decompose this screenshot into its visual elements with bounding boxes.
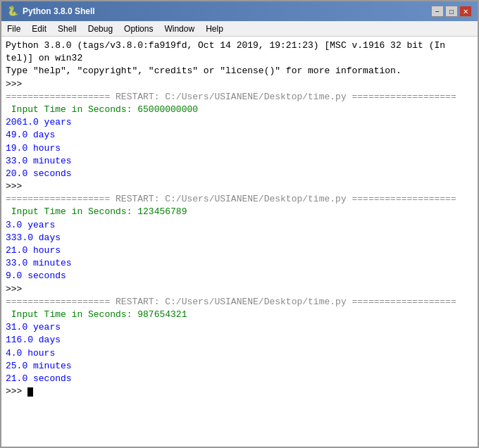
maximize-button[interactable]: □ <box>445 6 458 17</box>
line-1: Python 3.8.0 (tags/v3.8.0:fa919fd, Oct 1… <box>6 39 473 52</box>
line-years-1: 2061.0 years <box>6 116 473 129</box>
line-hours-1: 19.0 hours <box>6 142 473 155</box>
line-years-2: 3.0 years <box>6 219 473 232</box>
line-prompt-3: >>> <box>6 283 473 296</box>
line-3: Type "help", "copyright", "credits" or "… <box>6 65 473 77</box>
main-window: 🐍 Python 3.8.0 Shell − □ ✕ File Edit She… <box>0 0 479 448</box>
line-input-1: Input Time in Seconds: 65000000000 <box>6 104 473 116</box>
line-hours-3: 4.0 hours <box>6 347 473 360</box>
menu-file[interactable]: File <box>1 23 26 35</box>
line-input-2: Input Time in Seconds: 123456789 <box>6 206 473 218</box>
line-days-2: 333.0 days <box>6 232 473 244</box>
line-seconds-1: 20.0 seconds <box>6 168 473 180</box>
menu-bar: File Edit Shell Debug Options Window Hel… <box>1 21 478 37</box>
line-prompt-1: >>> <box>6 78 473 91</box>
line-days-1: 49.0 days <box>6 129 473 142</box>
line-seconds-2: 9.0 seconds <box>6 270 473 282</box>
close-button[interactable]: ✕ <box>459 6 472 17</box>
line-minutes-2: 33.0 minutes <box>6 257 473 270</box>
title-bar: 🐍 Python 3.8.0 Shell − □ ✕ <box>1 1 478 21</box>
menu-edit[interactable]: Edit <box>26 23 52 35</box>
menu-help[interactable]: Help <box>200 23 229 35</box>
title-buttons: − □ ✕ <box>431 6 472 17</box>
line-restart-1: =================== RESTART: C:/Users/US… <box>6 91 473 104</box>
line-years-3: 31.0 years <box>6 321 473 334</box>
menu-shell[interactable]: Shell <box>52 23 82 35</box>
menu-debug[interactable]: Debug <box>82 23 118 35</box>
title-bar-left: 🐍 Python 3.8.0 Shell <box>7 6 95 17</box>
minimize-button[interactable]: − <box>431 6 444 17</box>
menu-window[interactable]: Window <box>158 23 200 35</box>
line-minutes-3: 25.0 minutes <box>6 360 473 373</box>
menu-options[interactable]: Options <box>118 23 158 35</box>
line-days-3: 116.0 days <box>6 334 473 347</box>
line-2: tel)] on win32 <box>6 52 473 65</box>
line-input-3: Input Time in Seconds: 987654321 <box>6 309 473 321</box>
line-prompt-final[interactable]: >>> <box>6 385 473 398</box>
line-minutes-1: 33.0 minutes <box>6 155 473 168</box>
cursor <box>27 387 33 397</box>
line-hours-2: 21.0 hours <box>6 244 473 257</box>
app-icon: 🐍 <box>7 6 18 17</box>
line-restart-3: =================== RESTART: C:/Users/US… <box>6 296 473 309</box>
line-prompt-2: >>> <box>6 180 473 193</box>
window-title: Python 3.8.0 Shell <box>23 6 95 16</box>
shell-output[interactable]: Python 3.8.0 (tags/v3.8.0:fa919fd, Oct 1… <box>1 37 478 447</box>
line-seconds-3: 21.0 seconds <box>6 373 473 385</box>
line-restart-2: =================== RESTART: C:/Users/US… <box>6 193 473 206</box>
